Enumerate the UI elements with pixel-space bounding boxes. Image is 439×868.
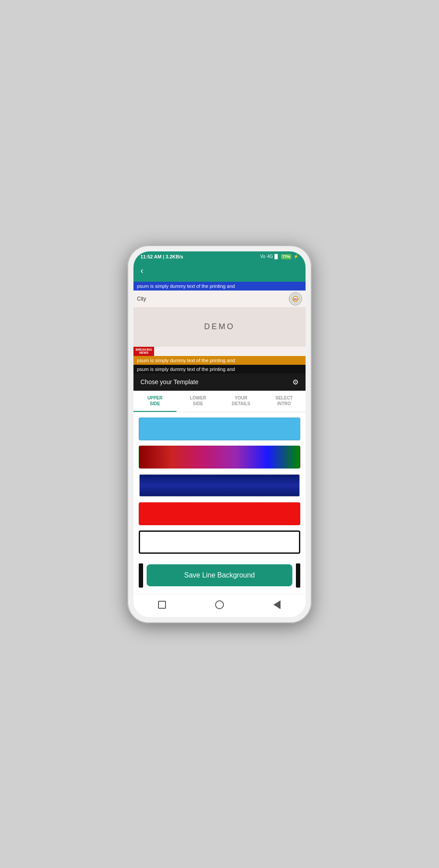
swatch-navy-gradient[interactable]: [139, 474, 300, 497]
signal-icon: 4G▐▌: [267, 254, 279, 259]
phone-screen: 11:52 AM | 3.2KB/s Vo 4G▐▌ 77% ⚡ ‹ psum …: [133, 251, 306, 617]
tab-upper-side[interactable]: UPPER SIDE: [133, 391, 176, 412]
top-ticker: psum is simply dummy text of the printin…: [133, 282, 306, 291]
nav-back-button[interactable]: [271, 599, 283, 611]
chooser-label: Chose your Template: [140, 378, 198, 385]
tab-select-intro[interactable]: SELECT INTRO: [263, 391, 306, 412]
black-accent-right: [296, 563, 300, 588]
swatch-blue[interactable]: [139, 418, 300, 440]
save-btn-row: Save Line Background: [133, 559, 306, 594]
template-chooser-bar: Chose your Template ⚙: [133, 374, 306, 391]
tab-lower-side[interactable]: LOWER SIDE: [176, 391, 220, 412]
nav-bar: [133, 594, 306, 617]
square-icon: [158, 601, 166, 609]
preview-main: DEMO: [133, 307, 306, 347]
status-icons: Vo 4G▐▌ 77% ⚡: [260, 254, 299, 259]
news-text: NEWS: [139, 351, 148, 355]
status-bar: 11:52 AM | 3.2KB/s Vo 4G▐▌ 77% ⚡: [133, 251, 306, 261]
back-button[interactable]: ‹: [140, 265, 144, 275]
city-label: City: [137, 296, 146, 302]
orange-ticker: psum is simply dummy text of the printin…: [133, 356, 306, 365]
breaking-badge: BREAKING NEWS: [133, 347, 154, 356]
swatch-white-border[interactable]: [139, 530, 300, 553]
nav-square-button[interactable]: [156, 599, 168, 611]
black-accent-left: [139, 563, 143, 588]
phone-frame: 11:52 AM | 3.2KB/s Vo 4G▐▌ 77% ⚡ ‹ psum …: [127, 245, 312, 623]
nav-home-button[interactable]: [213, 599, 226, 611]
preview-section: psum is simply dummy text of the printin…: [133, 282, 306, 374]
triangle-icon: [273, 600, 281, 609]
tabs-bar: UPPER SIDE LOWER SIDE YOUR DETAILS SELEC…: [133, 391, 306, 412]
city-bar: City MH: [133, 291, 306, 307]
circle-icon: [215, 600, 224, 609]
breaking-row: BREAKING NEWS: [133, 347, 306, 356]
svg-text:MH: MH: [294, 298, 297, 301]
channel-logo: MH: [289, 292, 302, 305]
swatch-red[interactable]: [139, 502, 300, 525]
battery-icon: 77%: [281, 254, 291, 259]
demo-text: DEMO: [204, 322, 235, 331]
black-ticker: psum is simply dummy text of the printin…: [133, 365, 306, 374]
save-line-background-button[interactable]: Save Line Background: [147, 564, 292, 586]
charging-icon: ⚡: [293, 254, 299, 259]
status-time: 11:52 AM | 3.2KB/s: [140, 254, 183, 259]
tab-your-details[interactable]: YOUR DETAILS: [220, 391, 263, 412]
network-icon: Vo: [260, 254, 266, 259]
swatches-area: [133, 412, 306, 559]
app-toolbar: ‹: [133, 261, 306, 282]
breaking-text: BREAKING: [136, 348, 152, 352]
filter-icon[interactable]: ⚙: [292, 378, 299, 386]
swatch-rainbow-gradient[interactable]: [139, 446, 300, 469]
